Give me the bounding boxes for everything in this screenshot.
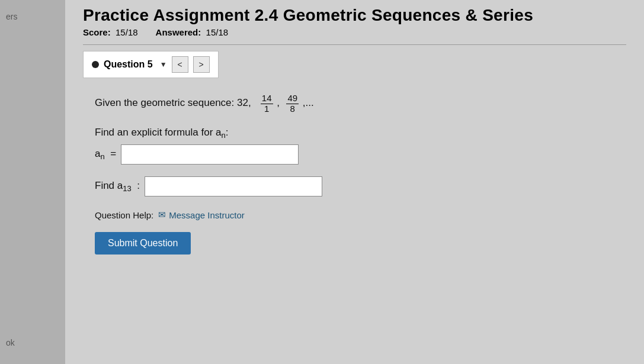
fraction-2: 49 8 [286, 94, 299, 114]
formula-label: an = [95, 148, 116, 161]
find-formula-label: Find an explicit formula for an: [95, 127, 626, 140]
question-help-row: Question Help: ✉ Message Instructor [95, 210, 626, 220]
score-row: Score: 15/18 Answered: 15/18 [83, 27, 626, 37]
sub-13: 13 [123, 185, 131, 194]
content-area: Given the geometric sequence: 32, 14 1 ,… [83, 88, 626, 255]
answered-label: Answered: 15/18 [156, 27, 229, 37]
next-button[interactable]: > [193, 56, 210, 73]
a13-label: Find a13 : [95, 180, 140, 193]
question-help-label: Question Help: [95, 210, 153, 220]
question-label: Question 5 [104, 59, 153, 70]
page-title: Practice Assignment 2.4 Geometric Sequen… [83, 6, 626, 25]
prev-button[interactable]: < [172, 56, 188, 73]
question-dot [92, 61, 99, 68]
score-label: Score: 15/18 [83, 27, 138, 37]
problem-intro: Given the geometric sequence: 32, [95, 97, 251, 108]
formula-row: an = [95, 144, 626, 165]
main-content: Practice Assignment 2.4 Geometric Sequen… [65, 0, 644, 364]
problem-statement: Given the geometric sequence: 32, 14 1 ,… [95, 94, 626, 114]
sidebar-item-ok: ok [6, 338, 15, 347]
formula-sub-n: n [100, 153, 104, 162]
question-nav: Question 5 ▼ < > [83, 51, 219, 78]
a13-row: Find a13 : [95, 176, 626, 197]
score-value: 15/18 [116, 27, 138, 37]
sidebar-item-ers: ers [6, 12, 17, 21]
divider [83, 44, 626, 45]
mail-icon: ✉ [158, 210, 166, 220]
message-instructor-text: Message Instructor [169, 210, 245, 220]
fraction2-denominator: 8 [289, 104, 296, 114]
ellipsis: ,... [303, 97, 314, 108]
dropdown-arrow[interactable]: ▼ [160, 60, 167, 69]
fraction1-denominator: 1 [263, 104, 270, 114]
fraction2-numerator: 49 [286, 94, 299, 104]
fraction1-numerator: 14 [261, 94, 273, 104]
answered-value: 15/18 [206, 27, 229, 37]
formula-input[interactable] [121, 144, 299, 165]
sub-n: n [222, 131, 226, 140]
message-instructor-link[interactable]: ✉ Message Instructor [158, 210, 245, 220]
fraction-1: 14 1 [261, 94, 273, 114]
a13-input[interactable] [145, 176, 322, 197]
sidebar: ers ok [0, 0, 65, 364]
submit-button[interactable]: Submit Question [95, 232, 191, 255]
